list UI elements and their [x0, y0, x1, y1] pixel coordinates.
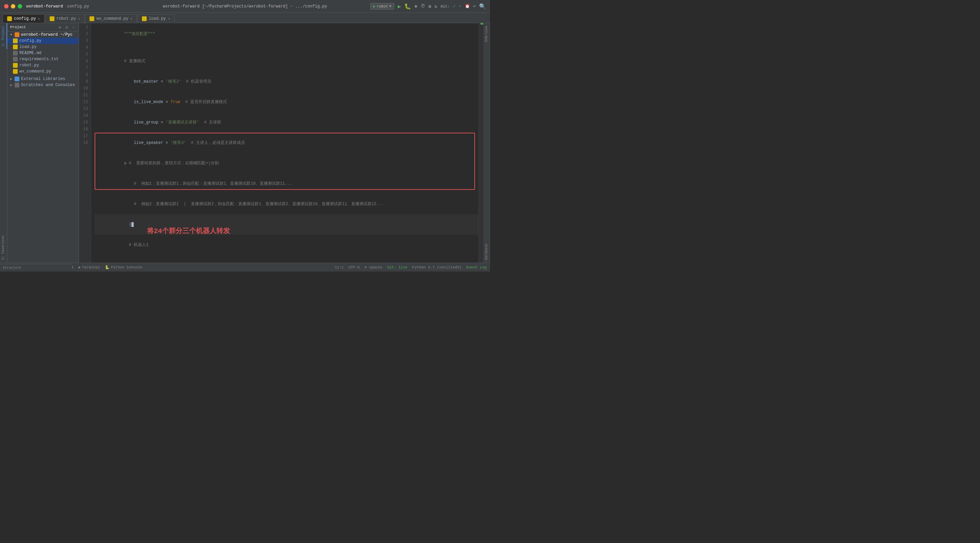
- load-icon: [13, 44, 18, 49]
- tab-robot-label: robot.py: [56, 16, 76, 21]
- build-button[interactable]: ⚙: [428, 4, 431, 9]
- code-line-8: ◉ # 需要转发的群，查找方式：右模糊匹配+|分割: [95, 153, 483, 173]
- scratches-label: Scratches and Consoles: [21, 83, 75, 87]
- git-branch-status[interactable]: Git: live: [387, 265, 407, 270]
- encoding-status[interactable]: UTF-8: [348, 265, 360, 270]
- robot-icon: [13, 63, 18, 68]
- ext-lib-arrow-icon: ▶: [10, 77, 12, 81]
- readme-icon: [13, 51, 18, 56]
- sync-icon[interactable]: ⊕: [57, 25, 62, 30]
- requirements-icon: [13, 57, 18, 62]
- file-robot[interactable]: robot.py: [8, 62, 79, 68]
- git-tick-icon: ✓: [459, 4, 461, 9]
- event-log-status[interactable]: Event Log: [466, 265, 487, 270]
- annotation-text: 将24个群分三个机器人转发: [147, 226, 230, 235]
- coverage-button[interactable]: ⊕: [414, 4, 417, 9]
- file-wx-command[interactable]: wx_command.py: [8, 68, 79, 75]
- external-libraries[interactable]: ▶ External Libraries: [8, 76, 79, 82]
- python-console-icon: 🐍: [105, 265, 110, 270]
- code-line-9: # 例如1：直播测试群1，则会匹配：直播测试群1、直播测试群10、直播测试群11…: [95, 173, 483, 194]
- python-version-status[interactable]: Python 3.7 (untitled3): [412, 265, 461, 270]
- code-line-3: # 直播模式: [95, 51, 483, 71]
- tab-bar: config.py ✕ robot.py ✕ wx_command.py ✕ l…: [0, 13, 490, 23]
- ext-lib-icon: [14, 76, 19, 81]
- maximize-button[interactable]: [18, 4, 22, 8]
- status-bar: ✓ 6: TODO ⎇ 9: Version Control ▶ Termina…: [0, 263, 490, 272]
- update-button[interactable]: ↻: [434, 4, 437, 9]
- tab-robot[interactable]: robot.py ✕: [45, 14, 85, 23]
- project-root[interactable]: ▼ wxrobot-forward ~/Pyc: [8, 32, 79, 38]
- search-icon[interactable]: 🔍: [479, 3, 486, 10]
- config-file-label: config.py: [67, 4, 89, 9]
- robot-file-icon: [50, 16, 54, 21]
- app-window: wxrobot-forward config.py wxrobot-forwar…: [0, 0, 490, 272]
- title-bar: wxrobot-forward config.py wxrobot-forwar…: [0, 0, 490, 13]
- terminal-label: Terminal: [82, 265, 100, 270]
- tab-wx-command-close[interactable]: ✕: [130, 17, 132, 21]
- run-button[interactable]: ▶: [398, 3, 401, 10]
- tab-wx-command[interactable]: wx_command.py ✕: [85, 14, 137, 23]
- tab-config[interactable]: config.py ✕: [3, 14, 45, 23]
- git-history-icon[interactable]: ⏰: [465, 4, 470, 9]
- run-profile-selector[interactable]: ▶ robot ▼: [370, 3, 395, 10]
- scratches-icon: [14, 83, 19, 87]
- terminal-status[interactable]: ▶ Terminal: [79, 265, 100, 270]
- project-name-label: wxrobot-forward: [26, 4, 63, 9]
- wx-command-file-icon: [89, 16, 94, 21]
- code-line-12: # 机器人1: [95, 235, 483, 255]
- git-label: Git:: [441, 5, 450, 8]
- run-profile-name: robot: [377, 5, 388, 8]
- root-arrow-icon: ▼: [10, 33, 12, 37]
- collapse-icon[interactable]: —: [71, 25, 76, 30]
- file-config[interactable]: config.py: [8, 38, 79, 44]
- code-line-2: [95, 44, 483, 51]
- run-icon: ▶: [373, 4, 375, 8]
- python-console-status[interactable]: 🐍 Python Console: [105, 265, 142, 270]
- project-tab[interactable]: 1: Project: [0, 23, 7, 49]
- code-line-6: live_group = '直播测试主讲群' # 主讲群: [95, 112, 483, 133]
- tab-load-close[interactable]: ✕: [168, 17, 170, 21]
- tab-load-label: load.py: [149, 16, 166, 21]
- debug-button[interactable]: 🐛: [404, 3, 411, 10]
- svn-tab[interactable]: SVN/view: [483, 23, 490, 45]
- requirements-label: requirements.txt: [19, 57, 59, 62]
- git-undo-icon[interactable]: ↩: [473, 4, 476, 9]
- ext-lib-label: External Libraries: [21, 76, 65, 81]
- right-vertical-tabs: SVN/view Database: [483, 23, 490, 263]
- wx-command-icon: [13, 69, 18, 74]
- project-root-label: wxrobot-forward ~/Pyc: [21, 32, 73, 37]
- tab-config-close[interactable]: ✕: [38, 17, 40, 21]
- file-requirements[interactable]: requirements.txt: [8, 56, 79, 62]
- scratches-and-consoles[interactable]: ▶ Scratches and Consoles: [8, 82, 79, 88]
- wx-command-label: wx_command.py: [19, 69, 51, 74]
- favorites-tab[interactable]: 2: Favorites: [0, 233, 7, 263]
- database-tab[interactable]: Database: [483, 45, 490, 263]
- chevron-down-icon: ▼: [389, 5, 391, 8]
- git-check-icon: ✓: [453, 4, 455, 9]
- tab-wx-command-label: wx_command.py: [96, 16, 128, 21]
- code-line-13: forward_groups = '直播测试1群|直播测试2群|直播测试3群|直…: [95, 255, 483, 263]
- settings-icon[interactable]: ⚙: [64, 25, 69, 30]
- code-line-10: # 例如2：直播测试群1 | 直播测试群2，则会匹配：直播测试群1、直播测试群2…: [95, 194, 483, 214]
- config-label: config.py: [19, 38, 41, 43]
- load-file-icon: [142, 16, 147, 21]
- window-title: wxrobot-forward [~/PycharmProjects/wxrob…: [163, 4, 327, 9]
- config-file-icon: [7, 16, 12, 21]
- right-gutter: [479, 23, 483, 263]
- scratches-arrow-icon: ▶: [10, 83, 12, 87]
- indent-status[interactable]: 4 spaces: [364, 265, 382, 270]
- profile-button[interactable]: ⏱: [421, 4, 425, 9]
- close-button[interactable]: [4, 4, 8, 8]
- robot-label: robot.py: [19, 63, 39, 68]
- config-icon: [13, 38, 18, 43]
- code-line-4: bot_master = '猪哥2' # 机器管理员: [95, 71, 483, 92]
- minimize-button[interactable]: [11, 4, 15, 8]
- panel-title: Project: [10, 25, 26, 29]
- tab-load[interactable]: load.py ✕: [137, 14, 174, 23]
- terminal-icon: ▶: [79, 265, 81, 270]
- file-load[interactable]: load.py: [8, 44, 79, 50]
- code-line-5: is_live_mode = True # 是否开启群直播模式: [95, 92, 483, 112]
- file-readme[interactable]: README.md: [8, 50, 79, 56]
- project-panel: Project ⊕ ⚙ — ▼ wxrobot-forward ~/Pyc co…: [8, 23, 79, 263]
- tab-robot-close[interactable]: ✕: [78, 17, 80, 21]
